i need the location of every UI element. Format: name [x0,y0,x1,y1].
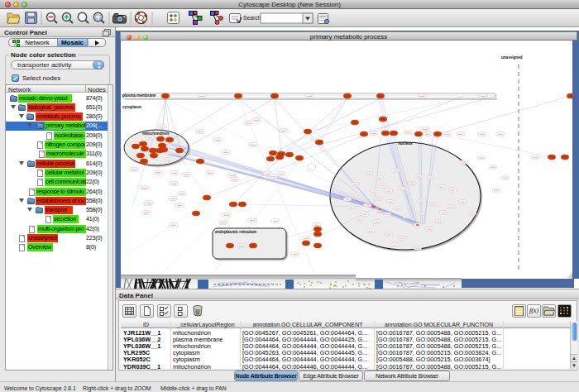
svg-text:Search:: Search: [243,15,263,21]
svg-text:plasma membrane: plasma membrane [122,93,156,98]
svg-text:unassigned: unassigned [501,55,523,60]
svg-text:endoplasmic reticulum: endoplasmic reticulum [215,230,256,234]
svg-text:mitochondrion: mitochondrion [142,131,169,136]
svg-text:cytoplasm: cytoplasm [122,105,141,109]
svg-text:nucleus: nucleus [398,141,413,146]
